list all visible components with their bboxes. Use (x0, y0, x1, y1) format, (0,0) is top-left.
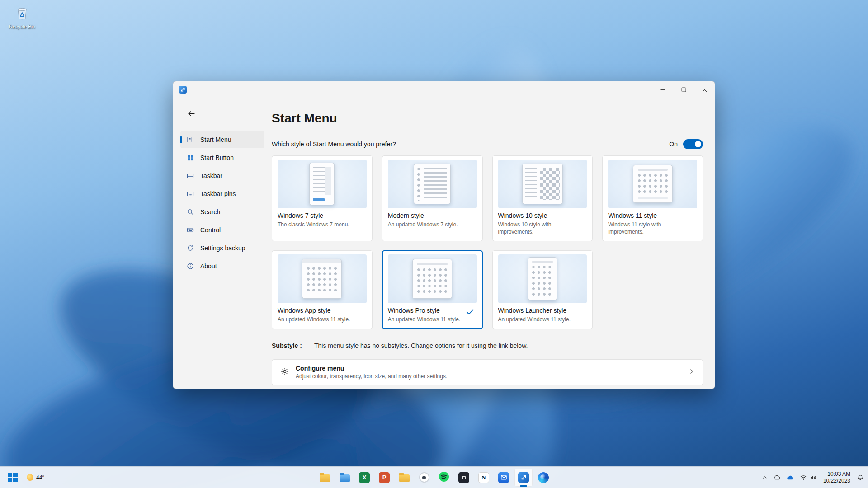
taskbar-app-notion[interactable]: N (475, 469, 493, 487)
configure-menu-subtitle: Adjust colour, transparency, icon size, … (296, 373, 688, 380)
taskbar-app-file-explorer[interactable] (335, 469, 354, 487)
sidebar-item-settings-backup[interactable]: Settings backup (180, 239, 264, 257)
mail-icon (498, 472, 509, 483)
taskbar-app-excel[interactable]: X (355, 469, 373, 487)
taskbar-app-edge[interactable] (534, 469, 552, 487)
style-card-title: Windows 11 style (608, 212, 697, 219)
clock-date: 10/22/2023 (823, 478, 850, 484)
sidebar: Start Menu Start Button Taskbar Taskbar … (173, 98, 272, 389)
taskbar-app-recorder[interactable] (415, 469, 433, 487)
powerpoint-icon: P (379, 472, 390, 483)
notification-center-button[interactable] (854, 469, 866, 487)
sidebar-item-label: Settings backup (200, 244, 245, 252)
style-card-title: Windows Launcher style (498, 307, 587, 314)
folder-icon (320, 474, 330, 482)
windows-logo-icon (8, 473, 18, 482)
chevron-right-icon (688, 368, 695, 377)
sidebar-item-label: About (200, 263, 217, 270)
spotify-icon (439, 471, 449, 484)
taskbar-app-folder-1[interactable] (316, 469, 334, 487)
style-card-title: Modern style (388, 212, 477, 219)
sidebar-item-label: Control (200, 226, 221, 234)
sidebar-item-label: Start Button (200, 154, 234, 161)
close-button[interactable] (694, 82, 715, 97)
taskbar-app-folder-2[interactable] (395, 469, 413, 487)
taskbar: 44° X P N (0, 466, 868, 488)
style-card-windows-7[interactable]: Windows 7 style The classic Windows 7 me… (272, 155, 373, 241)
style-card-description: Windows 11 style with improvements. (608, 221, 697, 235)
start11-icon (518, 472, 529, 483)
page-title: Start Menu (272, 111, 703, 126)
wifi-icon (800, 474, 807, 481)
sidebar-item-search[interactable]: Search (180, 203, 264, 221)
taskbar-app-start11[interactable] (514, 469, 533, 487)
sidebar-item-control[interactable]: Control (180, 221, 264, 239)
excel-icon: X (359, 472, 370, 483)
windows-10-style-thumbnail (498, 160, 587, 208)
gear-icon (280, 367, 289, 378)
style-card-windows-11[interactable]: Windows 11 style Windows 11 style with i… (602, 155, 703, 241)
maximize-button[interactable] (673, 82, 694, 97)
back-button[interactable] (184, 107, 198, 120)
style-card-windows-pro[interactable]: Windows Pro style An updated Windows 11 … (382, 250, 483, 329)
taskbar-pins-icon (187, 190, 194, 197)
sidebar-item-taskbar[interactable]: Taskbar (180, 167, 264, 184)
dark-app-icon (458, 472, 469, 483)
sidebar-item-label: Start Menu (200, 136, 231, 143)
taskbar-app-spotify[interactable] (435, 469, 453, 487)
titlebar[interactable] (173, 81, 715, 98)
minimize-button[interactable] (652, 82, 673, 97)
style-card-windows-10[interactable]: Windows 10 style Windows 10 style with i… (492, 155, 593, 241)
taskbar-clock[interactable]: 10:03 AM 10/22/2023 (820, 471, 854, 484)
edge-icon (538, 472, 549, 483)
configure-menu-title: Configure menu (296, 365, 688, 372)
substyle-label: Substyle : (272, 342, 314, 349)
hidden-icons-button[interactable] (760, 469, 770, 487)
sidebar-item-start-button[interactable]: Start Button (180, 149, 264, 166)
weather-widget[interactable]: 44° (23, 469, 48, 487)
sidebar-item-label: Taskbar (200, 172, 222, 179)
style-card-windows-app[interactable]: Windows App style An updated Windows 11 … (272, 250, 373, 329)
style-card-description: Windows 10 style with improvements. (498, 221, 587, 235)
taskbar-app-dark[interactable] (455, 469, 473, 487)
taskbar-icon (187, 172, 194, 179)
start-menu-toggle[interactable] (683, 139, 703, 149)
onedrive-tray[interactable] (784, 469, 797, 487)
start-button[interactable] (4, 469, 22, 487)
sidebar-item-start-menu[interactable]: Start Menu (180, 131, 264, 148)
recorder-icon (419, 472, 429, 483)
style-question: Which style of Start Menu would you pref… (272, 141, 396, 148)
search-icon (187, 208, 194, 216)
onedrive-icon (786, 474, 794, 482)
weather-cloud-tray[interactable] (771, 469, 783, 487)
recycle-bin[interactable]: Recycle Bin (5, 4, 40, 29)
clock-time: 10:03 AM (823, 471, 850, 478)
style-cards-grid: Windows 7 style The classic Windows 7 me… (272, 155, 703, 329)
info-icon (187, 263, 194, 270)
sidebar-item-about[interactable]: About (180, 258, 264, 275)
system-tray-pill[interactable] (797, 469, 819, 487)
configure-menu-row[interactable]: Configure menu Adjust colour, transparen… (272, 359, 703, 385)
style-card-windows-launcher[interactable]: Windows Launcher style An updated Window… (492, 250, 593, 329)
start-button-icon (187, 154, 194, 161)
style-card-title: Windows Pro style (388, 307, 477, 314)
windows-11-style-thumbnail (608, 160, 697, 208)
folder-icon (399, 474, 410, 482)
style-card-description: The classic Windows 7 menu. (278, 221, 367, 228)
selected-accent-bar (180, 136, 182, 143)
style-card-description: An updated Windows 7 style. (388, 221, 477, 228)
windows-launcher-style-thumbnail (498, 254, 587, 303)
sidebar-item-taskbar-pins[interactable]: Taskbar pins (180, 185, 264, 202)
bell-icon (857, 474, 864, 481)
windows-7-style-thumbnail (278, 160, 367, 208)
control-icon (187, 226, 194, 234)
notion-icon: N (478, 472, 489, 483)
substyle-text: This menu style has no substyles. Change… (314, 342, 528, 349)
taskbar-app-powerpoint[interactable]: P (375, 469, 393, 487)
windows-pro-style-thumbnail (388, 254, 477, 303)
recycle-bin-label: Recycle Bin (9, 24, 35, 29)
style-card-description: An updated Windows 11 style. (278, 316, 367, 323)
style-card-description: An updated Windows 11 style. (498, 316, 587, 323)
style-card-modern[interactable]: Modern style An updated Windows 7 style. (382, 155, 483, 241)
taskbar-app-mail[interactable] (495, 469, 513, 487)
